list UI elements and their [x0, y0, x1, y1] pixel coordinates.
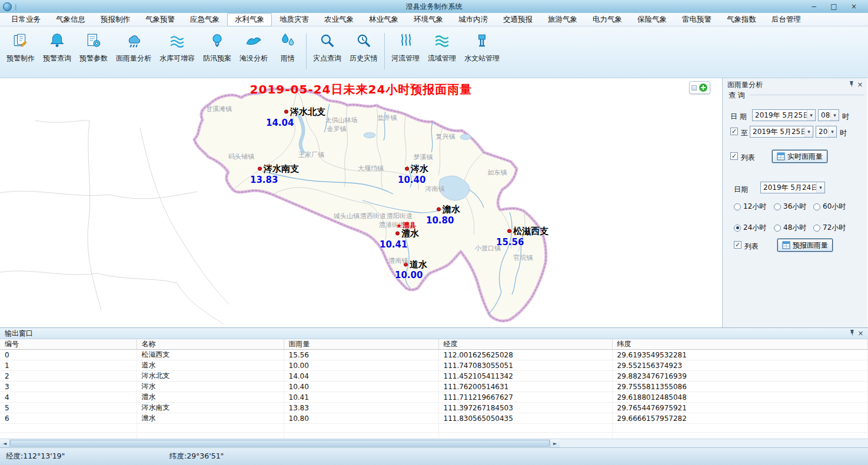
- table-row[interactable]: 1道水10.00111.74708305505129.552156374923: [0, 360, 868, 371]
- realtime-list-checkbox[interactable]: [730, 152, 738, 160]
- table-cell: 1: [0, 360, 137, 371]
- toolbar-button-雨情[interactable]: 雨情: [272, 28, 304, 78]
- column-header-latitude[interactable]: 纬度: [612, 339, 868, 350]
- menu-item-应急气象[interactable]: 应急气象: [182, 13, 227, 26]
- forecast-list-checkbox[interactable]: [734, 241, 741, 249]
- station-name: 涔水北支: [290, 106, 325, 118]
- table-cell: 澹水: [137, 413, 284, 424]
- reservoir-capacity-icon: [169, 32, 185, 49]
- scroll-right-arrow[interactable]: [550, 439, 560, 447]
- menu-item-电力气象[interactable]: 电力气象: [585, 13, 630, 26]
- start-date-select[interactable]: 2019年 5月25日: [752, 109, 816, 121]
- table-row[interactable]: 6澹水10.80111.83056505043529.6666157957282: [0, 413, 868, 424]
- warning-edit-icon: [12, 32, 29, 49]
- toolbar-button-预警查询[interactable]: 预警查询: [39, 28, 75, 78]
- station-marker-澹水[interactable]: 澹水: [437, 204, 460, 215]
- station-marker-涔水[interactable]: 涔水: [405, 163, 428, 175]
- toolbar-button-label: 淹没分析: [240, 53, 268, 63]
- horizontal-scrollbar[interactable]: [0, 439, 868, 447]
- duration-radio-36小时[interactable]: 36小时: [774, 202, 813, 212]
- start-hour-select[interactable]: 08: [818, 109, 839, 121]
- forecast-date-select[interactable]: 2019年 5月24日: [760, 182, 825, 193]
- toolbar-button-预警参数[interactable]: 预警参数: [75, 28, 112, 78]
- radio-label: 48小时: [783, 223, 806, 233]
- toolbar-button-label: 灾点查询: [313, 53, 341, 63]
- pin-icon[interactable]: [847, 81, 856, 89]
- scroll-left-arrow[interactable]: [0, 439, 10, 447]
- menu-item-水利气象[interactable]: 水利气象: [227, 13, 272, 26]
- table-cell: [137, 424, 284, 433]
- realtime-rainfall-button[interactable]: 实时面雨量: [772, 150, 827, 163]
- minimize-button[interactable]: −: [809, 1, 819, 12]
- column-header-id[interactable]: 编号: [0, 339, 137, 350]
- toolbar-button-灾点查询[interactable]: 灾点查询: [309, 28, 345, 78]
- station-dot-icon: [405, 167, 409, 171]
- end-date-select[interactable]: 2019年 5月25日: [750, 126, 813, 138]
- close-button[interactable]: ×: [849, 1, 859, 12]
- menu-item-林业气象[interactable]: 林业气象: [361, 13, 406, 26]
- table-row[interactable]: 0松滋西支15.56112.00162562502829.61935495322…: [0, 350, 868, 360]
- pin-icon[interactable]: [847, 329, 856, 337]
- menu-item-日常业务[interactable]: 日常业务: [4, 13, 48, 26]
- map-area[interactable]: 2019-05-24日未来24小时预报面雨量 涔水北支14.04涔水南支13.8…: [0, 78, 723, 327]
- table-row-empty: [0, 424, 868, 433]
- menu-item-预报制作[interactable]: 预报制作: [93, 13, 138, 26]
- table-cell: 111.830565050435: [438, 413, 612, 424]
- scrollbar-track[interactable]: [560, 439, 868, 447]
- menu-item-保险气象[interactable]: 保险气象: [630, 13, 674, 26]
- station-marker-涔水北支[interactable]: 涔水北支: [284, 106, 325, 118]
- layers-icon: [691, 85, 697, 91]
- menu-item-环境气象[interactable]: 环境气象: [406, 13, 451, 26]
- radio-circle-icon: [774, 225, 781, 232]
- toolbar-button-历史灾情[interactable]: 历史灾情: [345, 28, 382, 78]
- toolbar-button-面雨量分析[interactable]: 面雨量分析: [112, 28, 155, 78]
- output-close-icon[interactable]: ×: [856, 329, 865, 337]
- toolbar-button-河流管理[interactable]: 河流管理: [387, 28, 424, 78]
- toolbar-button-水库可增容[interactable]: 水库可增容: [155, 28, 199, 78]
- menu-item-农业气象[interactable]: 农业气象: [317, 13, 361, 26]
- end-hour-select[interactable]: 20: [816, 126, 837, 138]
- menu-item-地质灾害[interactable]: 地质灾害: [272, 13, 317, 26]
- map-layers-button[interactable]: [689, 81, 710, 94]
- duration-radio-24小时[interactable]: 24小时: [734, 223, 774, 233]
- toolbar-button-流域管理[interactable]: 流域管理: [424, 28, 460, 78]
- table-row[interactable]: 5涔水南支13.83111.39726718450329.76544769759…: [0, 403, 868, 413]
- menu-item-城市内涝[interactable]: 城市内涝: [451, 13, 495, 26]
- column-header-rainfall[interactable]: 面雨量: [284, 339, 438, 350]
- menu-item-旅游气象[interactable]: 旅游气象: [540, 13, 585, 26]
- duration-radio-12小时[interactable]: 12小时: [734, 202, 774, 212]
- table-row[interactable]: 4澧水10.41111.71121966762729.6188012485048: [0, 392, 868, 403]
- menu-item-气象指数[interactable]: 气象指数: [719, 13, 764, 26]
- table-row[interactable]: 2涔水北支14.04111.45210541134229.88234767169…: [0, 371, 868, 382]
- table-cell: 29.7555811355086: [612, 382, 868, 392]
- menu-item-气象信息[interactable]: 气象信息: [48, 13, 93, 26]
- toolbar-button-预警制作[interactable]: 预警制作: [2, 28, 39, 78]
- table-icon: [777, 152, 785, 160]
- table-cell: 10.00: [284, 360, 438, 371]
- scrollbar-thumb[interactable]: [10, 440, 550, 447]
- duration-radio-60小时[interactable]: 60小时: [813, 202, 856, 212]
- menu-item-交通预报[interactable]: 交通预报: [495, 13, 540, 26]
- toolbar-button-水文站管理[interactable]: 水文站管理: [460, 28, 504, 78]
- column-header-name[interactable]: 名称: [137, 339, 284, 350]
- duration-radio-72小时[interactable]: 72小时: [813, 223, 856, 233]
- end-time-checkbox[interactable]: [730, 128, 738, 135]
- menu-item-后台管理[interactable]: 后台管理: [764, 13, 809, 26]
- panel-close-icon[interactable]: ×: [856, 81, 864, 89]
- table-cell: 13.83: [284, 403, 438, 413]
- toolbar-button-淹没分析[interactable]: 淹没分析: [235, 28, 272, 78]
- forecast-rainfall-button[interactable]: 预报面雨量: [777, 239, 833, 252]
- menu-item-气象预警[interactable]: 气象预警: [138, 13, 182, 26]
- duration-radio-48小时[interactable]: 48小时: [774, 223, 813, 233]
- table-cell: 10.41: [284, 392, 438, 403]
- station-marker-道水[interactable]: 道水: [404, 259, 427, 270]
- table-row[interactable]: 3涔水10.40111.7620051463129.7555811355086: [0, 382, 868, 392]
- table-cell: 涔水北支: [137, 371, 284, 382]
- station-marker-松滋西支[interactable]: 松滋西支: [507, 226, 548, 237]
- menu-item-雷电预警[interactable]: 雷电预警: [674, 13, 719, 26]
- toolbar-button-防汛预案[interactable]: 防汛预案: [199, 28, 235, 78]
- station-marker-涔水南支[interactable]: 涔水南支: [258, 163, 299, 175]
- column-header-longitude[interactable]: 经度: [438, 339, 612, 350]
- maximize-button[interactable]: □: [829, 1, 839, 12]
- chevron-down-icon: [828, 126, 836, 137]
